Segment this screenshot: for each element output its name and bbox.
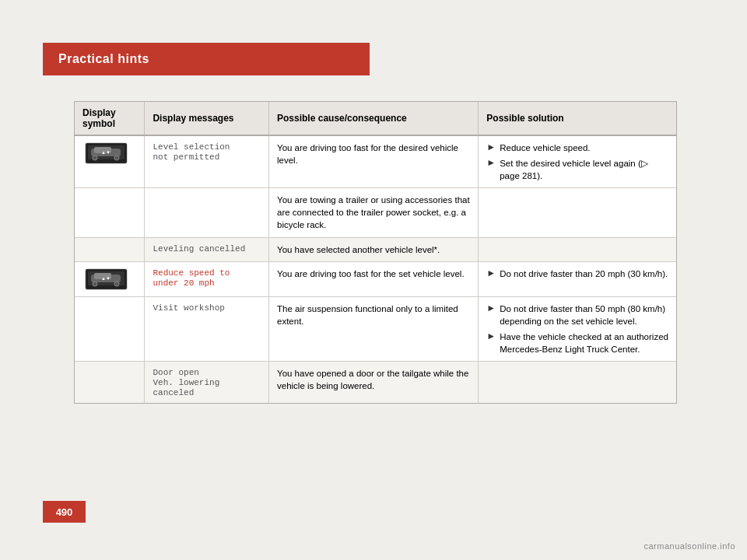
cell-solution: [479, 188, 676, 237]
cause-text: You have selected another vehicle level*…: [277, 243, 470, 256]
cell-solution: ► Reduce vehicle speed. ► Set the desire…: [479, 135, 676, 188]
cell-symbol: [75, 296, 145, 361]
cause-text: You are driving too fast for the set veh…: [277, 268, 470, 280]
message-text: Level selectionnot permitted: [153, 142, 230, 162]
bullet-arrow-icon: ►: [486, 268, 496, 280]
cause-text: You are towing a trailer or using access…: [277, 194, 470, 231]
cell-message: Door openVeh. lowering canceled: [145, 362, 269, 404]
cause-text: You are driving too fast for the desired…: [277, 142, 470, 166]
bullet-text: Do not drive faster than 50 mph (80 km/h…: [500, 303, 668, 327]
car-svg: ▲▼: [85, 142, 128, 164]
message-text: Leveling cancelled: [153, 244, 245, 254]
solution-bullet: ► Do not drive faster than 20 mph (30 km…: [486, 268, 668, 280]
car-icon: ▲▼: [82, 142, 129, 165]
col-header-solution: Possible solution: [479, 102, 676, 135]
solution-bullet: ► Reduce vehicle speed.: [486, 142, 668, 154]
bullet-text: Reduce vehicle speed.: [500, 142, 668, 154]
cell-symbol: [75, 188, 145, 237]
car-svg-2: ▲▼: [85, 268, 128, 290]
svg-point-12: [114, 282, 119, 286]
display-table: Display symbol Display messages Possible…: [75, 102, 676, 403]
table-row: Leveling cancelled You have selected ano…: [75, 237, 676, 261]
svg-point-4: [93, 156, 97, 160]
bullet-arrow-icon: ►: [486, 142, 496, 154]
cell-cause: The air suspension functional only to a …: [269, 296, 479, 361]
header-bar: Practical hints: [43, 43, 370, 75]
bullet-text: Set the desired vehicle level again (▷ p…: [500, 157, 668, 182]
col-header-symbol: Display symbol: [75, 102, 145, 135]
cell-cause: You have opened a door or the tailgate w…: [269, 362, 479, 404]
cell-solution: ► Do not drive faster than 20 mph (30 km…: [479, 261, 676, 296]
bullet-arrow-icon: ►: [486, 303, 496, 327]
cell-cause: You are driving too fast for the desired…: [269, 135, 479, 188]
message-text-red: Reduce speed tounder 20 mph: [153, 268, 230, 288]
col-header-cause: Possible cause/consequence: [269, 102, 479, 135]
cell-cause: You have selected another vehicle level*…: [269, 237, 479, 261]
cell-message: Level selectionnot permitted: [145, 135, 269, 188]
cell-solution: ► Do not drive faster than 50 mph (80 km…: [479, 296, 676, 361]
table-row: ▲▼ Reduce speed tounder 20 mph You are d…: [75, 261, 676, 296]
watermark: carmanualsonline.info: [644, 541, 735, 551]
car-icon-2: ▲▼: [82, 268, 129, 291]
col-header-message: Display messages: [145, 102, 269, 135]
cell-message: [145, 188, 269, 237]
cell-message: Visit workshop: [145, 296, 269, 361]
cell-solution: [479, 362, 676, 404]
cell-symbol: ▲▼: [75, 261, 145, 296]
solution-bullet: ► Set the desired vehicle level again (▷…: [486, 157, 668, 182]
main-table-container: Display symbol Display messages Possible…: [74, 101, 677, 404]
cause-text: You have opened a door or the tailgate w…: [277, 367, 470, 392]
page-number: 490: [43, 501, 86, 523]
page-title: Practical hints: [58, 52, 149, 66]
solution-bullet: ► Have the vehicle checked at an authori…: [486, 331, 668, 355]
bullet-text: Do not drive faster than 20 mph (30 km/h…: [500, 268, 668, 280]
cell-message: Reduce speed tounder 20 mph: [145, 261, 269, 296]
cell-symbol: ▲▼: [75, 135, 145, 188]
solution-bullet: ► Do not drive faster than 50 mph (80 km…: [486, 303, 668, 327]
bullet-text: Have the vehicle checked at an authorize…: [500, 331, 668, 355]
cause-text: The air suspension functional only to a …: [277, 303, 470, 327]
svg-point-11: [93, 282, 97, 286]
table-row: You are towing a trailer or using access…: [75, 188, 676, 237]
cell-cause: You are driving too fast for the set veh…: [269, 261, 479, 296]
svg-text:▲▼: ▲▼: [101, 276, 110, 281]
cell-solution: [479, 237, 676, 261]
cell-symbol: [75, 237, 145, 261]
svg-text:▲▼: ▲▼: [101, 150, 110, 155]
message-text: Door openVeh. lowering canceled: [153, 368, 219, 397]
table-header-row: Display symbol Display messages Possible…: [75, 102, 676, 135]
svg-point-5: [114, 156, 119, 160]
table-row: Visit workshop The air suspension functi…: [75, 296, 676, 361]
bullet-arrow-icon: ►: [486, 157, 496, 182]
message-text: Visit workshop: [153, 303, 224, 313]
table-row: ▲▼ Level selectionnot permitted You are …: [75, 135, 676, 188]
table-row: Door openVeh. lowering canceled You have…: [75, 362, 676, 404]
bullet-arrow-icon: ►: [486, 331, 496, 355]
cell-symbol: [75, 362, 145, 404]
cell-message: Leveling cancelled: [145, 237, 269, 261]
cell-cause: You are towing a trailer or using access…: [269, 188, 479, 237]
